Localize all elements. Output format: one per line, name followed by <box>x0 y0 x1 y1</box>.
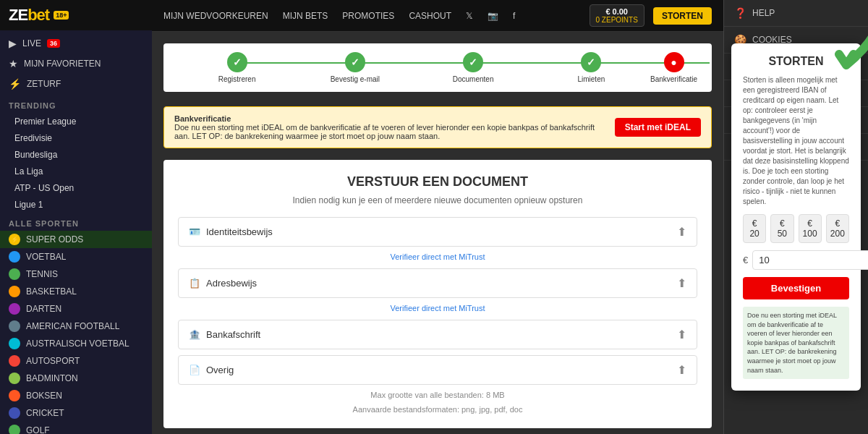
social-fb-icon[interactable]: f <box>513 11 515 21</box>
amount-input[interactable] <box>752 250 868 270</box>
steps-bar: ✓ Registreren ✓ Bevestig e-mail ✓ Docume… <box>163 43 712 92</box>
upload-overig[interactable]: 📄 Overig ⬆ <box>178 355 697 385</box>
darten-dot <box>9 303 20 315</box>
golf-dot <box>9 425 20 434</box>
deposit-modal: STORTEN Storten is alleen mogelijk met e… <box>731 43 861 391</box>
right-panel: ❓ HELP 🍪 COOKIES ✉ CONTACT 📞 070 300 365… <box>723 0 868 434</box>
amount-btn-50[interactable]: € 50 <box>770 214 793 243</box>
aus-dot <box>9 338 20 349</box>
notification-text: Bankverificatie Doe nu een storting met … <box>174 114 606 140</box>
amount-btn-200[interactable]: € 200 <box>826 214 849 243</box>
nav-cashout[interactable]: CASHOUT <box>409 11 451 21</box>
nav-mijn-wedvoorkeuren[interactable]: MIJN WEDVOORKEUREN <box>163 11 268 21</box>
favorites-label: MIJN FAVORIETEN <box>24 59 101 69</box>
social-ig-icon[interactable]: 📷 <box>488 11 498 21</box>
zepoints: 0 ZEPOINTS <box>596 16 638 24</box>
sport-label: BOKSEN <box>26 391 62 401</box>
zeturf-icon: ⚡ <box>9 78 21 90</box>
upload-bankafschrift[interactable]: 🏦 Bankafschrift ⬆ <box>178 320 697 349</box>
sport-american-football[interactable]: AMERICAN FOOTBALL <box>0 318 152 335</box>
upload-icon-identity: ⬆ <box>677 225 686 239</box>
verify-link-identity[interactable]: Verifieer direct met MiTrust <box>178 252 697 261</box>
amount-btn-20[interactable]: € 20 <box>743 214 766 243</box>
step-registreren: ✓ Registreren <box>178 52 296 83</box>
sport-label: TENNIS <box>26 269 58 279</box>
step-label-documenten: Documenten <box>453 75 494 83</box>
notification-bar: Bankverificatie Doe nu een storting met … <box>163 106 712 148</box>
step-circle-limieten: ✓ <box>581 52 601 72</box>
sport-boksen[interactable]: BOKSEN <box>0 387 152 404</box>
doc-section-subtitle: Indien nodig kun je een of meerdere nieu… <box>178 195 697 205</box>
trending-atp[interactable]: ATP - US Open <box>6 180 146 196</box>
step-documenten: ✓ Documenten <box>414 52 532 83</box>
step-label-email: Bevestig e-mail <box>331 75 380 83</box>
upload-identity[interactable]: 🪪 Identiteitsbewijs ⬆ <box>178 217 697 247</box>
sport-badminton[interactable]: BADMINTON <box>0 370 152 387</box>
logo-bar: ZEbet 18+ <box>0 0 152 30</box>
step-circle-registreren: ✓ <box>227 52 247 72</box>
sidebar-item-zeturf[interactable]: ⚡ ZETURF <box>0 74 152 94</box>
sport-darten[interactable]: DARTEN <box>0 300 152 318</box>
sport-tennis[interactable]: TENNIS <box>0 265 152 283</box>
nav-promoties[interactable]: PROMOTIES <box>342 11 394 21</box>
trending-list: Premier League Eredivisie Bundesliga La … <box>0 114 152 213</box>
sport-cricket[interactable]: CRICKET <box>0 404 152 422</box>
upload-icon-bank: ⬆ <box>677 328 686 341</box>
trending-premier-league[interactable]: Premier League <box>6 114 146 129</box>
sport-basketbal[interactable]: BASKETBAL <box>0 283 152 300</box>
upload-overig-label: Overig <box>206 365 234 375</box>
sidebar-item-live[interactable]: ▶ LIVE 36 <box>0 33 152 54</box>
doc-section: VERSTUUR EEN DOCUMENT Indien nodig kun j… <box>163 160 712 428</box>
step-email: ✓ Bevestig e-mail <box>296 52 414 83</box>
nav-mijn-bets[interactable]: MIJN BETS <box>283 11 328 21</box>
deposit-button[interactable]: STORTEN <box>653 7 712 25</box>
live-count-badge: 36 <box>47 39 60 48</box>
logo: ZEbet <box>9 6 49 25</box>
step-circle-bank: ● <box>664 52 684 72</box>
euro-symbol: € <box>743 255 748 265</box>
amount-btn-100[interactable]: € 100 <box>799 214 822 243</box>
amount-input-row: € <box>743 250 849 270</box>
sport-australisch[interactable]: AUSTRALISCH VOETBAL <box>0 335 152 352</box>
sport-voetbal[interactable]: VOETBAL <box>0 248 152 265</box>
step-bankverificatie: ● Bankverificatie <box>650 52 697 83</box>
trending-label: TRENDING <box>0 97 152 113</box>
sport-autosport[interactable]: AUTOSPORT <box>0 352 152 370</box>
modal-note: Doe nu een storting met iDEAL om de bank… <box>743 307 849 379</box>
upload-address-label: Adresbewijs <box>206 278 257 289</box>
start-ideal-button[interactable]: Start met iDEAL <box>615 118 701 137</box>
step-circle-email: ✓ <box>345 52 365 72</box>
auto-dot <box>9 355 20 367</box>
basketbal-dot <box>9 286 20 297</box>
age-badge: 18+ <box>54 11 69 20</box>
trending-bundesliga[interactable]: Bundesliga <box>6 147 146 163</box>
doc-section-title: VERSTUUR EEN DOCUMENT <box>178 174 697 190</box>
sport-label: BADMINTON <box>26 373 78 383</box>
sport-golf[interactable]: GOLF <box>0 422 152 434</box>
main-content: ✓ Registreren ✓ Bevestig e-mail ✓ Docume… <box>152 32 723 434</box>
trending-eredivisie[interactable]: Eredivisie <box>6 130 146 146</box>
upload-icon-address: ⬆ <box>677 276 686 290</box>
confirm-button[interactable]: Bevestigen <box>743 277 849 299</box>
sport-label: SUPER ODDS <box>26 234 83 244</box>
trending-la-liga[interactable]: La Liga <box>6 163 146 179</box>
verify-link-address[interactable]: Verifieer direct met MiTrust <box>178 304 697 312</box>
header-right: € 0.00 0 ZEPOINTS STORTEN <box>590 4 712 27</box>
star-icon: ★ <box>9 58 18 69</box>
trending-ligue1[interactable]: Ligue 1 <box>6 197 146 213</box>
help-label: HELP <box>752 8 775 18</box>
social-x-icon[interactable]: 𝕏 <box>466 11 473 21</box>
upload-address[interactable]: 📋 Adresbewijs ⬆ <box>178 268 697 298</box>
bok-dot <box>9 390 20 401</box>
main-header: MIJN WEDVOORKEUREN MIJN BETS PROMOTIES C… <box>152 0 723 32</box>
id-icon: 🪪 <box>189 226 200 237</box>
sport-super-odds[interactable]: ⚡ SUPER ODDS <box>0 231 152 248</box>
sidebar-item-favorites[interactable]: ★ MIJN FAVORIETEN <box>0 54 152 74</box>
help-item[interactable]: ❓ HELP <box>724 0 868 27</box>
sport-label: AMERICAN FOOTBALL <box>26 321 119 331</box>
sidebar-nav: ▶ LIVE 36 ★ MIJN FAVORIETEN ⚡ ZETURF <box>0 30 152 97</box>
sports-list: ⚡ SUPER ODDS VOETBAL TENNIS BASKETBAL DA… <box>0 231 152 434</box>
sport-label: BASKETBAL <box>26 286 77 297</box>
amount-buttons: € 20 € 50 € 100 € 200 <box>743 214 849 243</box>
bad-dot <box>9 373 20 384</box>
